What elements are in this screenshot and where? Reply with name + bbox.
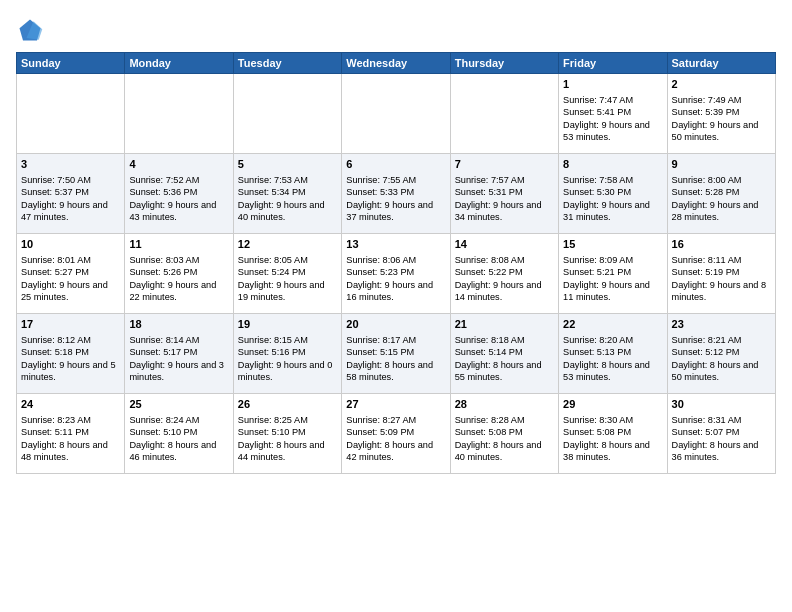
calendar-cell: 1Sunrise: 7:47 AM Sunset: 5:41 PM Daylig… bbox=[559, 74, 667, 154]
day-number: 14 bbox=[455, 237, 554, 252]
page: SundayMondayTuesdayWednesdayThursdayFrid… bbox=[0, 0, 792, 612]
calendar-cell: 20Sunrise: 8:17 AM Sunset: 5:15 PM Dayli… bbox=[342, 314, 450, 394]
day-info: Sunrise: 7:57 AM Sunset: 5:31 PM Dayligh… bbox=[455, 175, 542, 222]
logo bbox=[16, 16, 48, 44]
day-info: Sunrise: 7:50 AM Sunset: 5:37 PM Dayligh… bbox=[21, 175, 108, 222]
calendar-cell: 30Sunrise: 8:31 AM Sunset: 5:07 PM Dayli… bbox=[667, 394, 775, 474]
calendar-cell: 19Sunrise: 8:15 AM Sunset: 5:16 PM Dayli… bbox=[233, 314, 341, 394]
day-number: 12 bbox=[238, 237, 337, 252]
calendar-week-1: 1Sunrise: 7:47 AM Sunset: 5:41 PM Daylig… bbox=[17, 74, 776, 154]
day-number: 29 bbox=[563, 397, 662, 412]
calendar-cell bbox=[342, 74, 450, 154]
day-number: 18 bbox=[129, 317, 228, 332]
calendar-cell: 10Sunrise: 8:01 AM Sunset: 5:27 PM Dayli… bbox=[17, 234, 125, 314]
calendar-cell: 15Sunrise: 8:09 AM Sunset: 5:21 PM Dayli… bbox=[559, 234, 667, 314]
calendar-cell: 6Sunrise: 7:55 AM Sunset: 5:33 PM Daylig… bbox=[342, 154, 450, 234]
calendar-weekday-monday: Monday bbox=[125, 53, 233, 74]
calendar-week-4: 17Sunrise: 8:12 AM Sunset: 5:18 PM Dayli… bbox=[17, 314, 776, 394]
day-number: 16 bbox=[672, 237, 771, 252]
calendar-cell: 25Sunrise: 8:24 AM Sunset: 5:10 PM Dayli… bbox=[125, 394, 233, 474]
calendar-weekday-sunday: Sunday bbox=[17, 53, 125, 74]
day-number: 22 bbox=[563, 317, 662, 332]
day-info: Sunrise: 7:49 AM Sunset: 5:39 PM Dayligh… bbox=[672, 95, 759, 142]
calendar-header-row: SundayMondayTuesdayWednesdayThursdayFrid… bbox=[17, 53, 776, 74]
day-number: 4 bbox=[129, 157, 228, 172]
day-info: Sunrise: 8:05 AM Sunset: 5:24 PM Dayligh… bbox=[238, 255, 325, 302]
calendar-cell bbox=[17, 74, 125, 154]
day-info: Sunrise: 8:27 AM Sunset: 5:09 PM Dayligh… bbox=[346, 415, 433, 462]
calendar-cell: 12Sunrise: 8:05 AM Sunset: 5:24 PM Dayli… bbox=[233, 234, 341, 314]
day-number: 8 bbox=[563, 157, 662, 172]
calendar-week-5: 24Sunrise: 8:23 AM Sunset: 5:11 PM Dayli… bbox=[17, 394, 776, 474]
day-info: Sunrise: 8:14 AM Sunset: 5:17 PM Dayligh… bbox=[129, 335, 224, 382]
calendar-cell bbox=[125, 74, 233, 154]
calendar-cell: 3Sunrise: 7:50 AM Sunset: 5:37 PM Daylig… bbox=[17, 154, 125, 234]
day-info: Sunrise: 8:08 AM Sunset: 5:22 PM Dayligh… bbox=[455, 255, 542, 302]
day-info: Sunrise: 8:00 AM Sunset: 5:28 PM Dayligh… bbox=[672, 175, 759, 222]
day-number: 5 bbox=[238, 157, 337, 172]
day-number: 9 bbox=[672, 157, 771, 172]
calendar-week-3: 10Sunrise: 8:01 AM Sunset: 5:27 PM Dayli… bbox=[17, 234, 776, 314]
calendar-cell: 7Sunrise: 7:57 AM Sunset: 5:31 PM Daylig… bbox=[450, 154, 558, 234]
calendar-cell: 18Sunrise: 8:14 AM Sunset: 5:17 PM Dayli… bbox=[125, 314, 233, 394]
day-number: 23 bbox=[672, 317, 771, 332]
day-info: Sunrise: 8:18 AM Sunset: 5:14 PM Dayligh… bbox=[455, 335, 542, 382]
calendar-cell: 4Sunrise: 7:52 AM Sunset: 5:36 PM Daylig… bbox=[125, 154, 233, 234]
day-number: 7 bbox=[455, 157, 554, 172]
day-number: 6 bbox=[346, 157, 445, 172]
calendar-cell: 8Sunrise: 7:58 AM Sunset: 5:30 PM Daylig… bbox=[559, 154, 667, 234]
calendar-weekday-saturday: Saturday bbox=[667, 53, 775, 74]
day-info: Sunrise: 7:53 AM Sunset: 5:34 PM Dayligh… bbox=[238, 175, 325, 222]
day-number: 24 bbox=[21, 397, 120, 412]
calendar-weekday-friday: Friday bbox=[559, 53, 667, 74]
day-info: Sunrise: 8:20 AM Sunset: 5:13 PM Dayligh… bbox=[563, 335, 650, 382]
calendar-cell: 21Sunrise: 8:18 AM Sunset: 5:14 PM Dayli… bbox=[450, 314, 558, 394]
calendar-cell: 11Sunrise: 8:03 AM Sunset: 5:26 PM Dayli… bbox=[125, 234, 233, 314]
day-info: Sunrise: 8:12 AM Sunset: 5:18 PM Dayligh… bbox=[21, 335, 116, 382]
calendar-cell: 16Sunrise: 8:11 AM Sunset: 5:19 PM Dayli… bbox=[667, 234, 775, 314]
day-number: 1 bbox=[563, 77, 662, 92]
day-info: Sunrise: 8:15 AM Sunset: 5:16 PM Dayligh… bbox=[238, 335, 333, 382]
day-number: 15 bbox=[563, 237, 662, 252]
calendar-cell: 17Sunrise: 8:12 AM Sunset: 5:18 PM Dayli… bbox=[17, 314, 125, 394]
day-info: Sunrise: 8:30 AM Sunset: 5:08 PM Dayligh… bbox=[563, 415, 650, 462]
calendar-cell: 23Sunrise: 8:21 AM Sunset: 5:12 PM Dayli… bbox=[667, 314, 775, 394]
day-info: Sunrise: 7:55 AM Sunset: 5:33 PM Dayligh… bbox=[346, 175, 433, 222]
calendar-cell: 13Sunrise: 8:06 AM Sunset: 5:23 PM Dayli… bbox=[342, 234, 450, 314]
header bbox=[16, 16, 776, 44]
day-number: 11 bbox=[129, 237, 228, 252]
day-info: Sunrise: 8:03 AM Sunset: 5:26 PM Dayligh… bbox=[129, 255, 216, 302]
day-number: 20 bbox=[346, 317, 445, 332]
calendar-cell: 22Sunrise: 8:20 AM Sunset: 5:13 PM Dayli… bbox=[559, 314, 667, 394]
day-info: Sunrise: 8:06 AM Sunset: 5:23 PM Dayligh… bbox=[346, 255, 433, 302]
day-number: 10 bbox=[21, 237, 120, 252]
logo-icon bbox=[16, 16, 44, 44]
calendar-weekday-tuesday: Tuesday bbox=[233, 53, 341, 74]
day-info: Sunrise: 8:23 AM Sunset: 5:11 PM Dayligh… bbox=[21, 415, 108, 462]
day-number: 27 bbox=[346, 397, 445, 412]
day-info: Sunrise: 8:17 AM Sunset: 5:15 PM Dayligh… bbox=[346, 335, 433, 382]
day-info: Sunrise: 7:47 AM Sunset: 5:41 PM Dayligh… bbox=[563, 95, 650, 142]
day-number: 2 bbox=[672, 77, 771, 92]
day-info: Sunrise: 8:25 AM Sunset: 5:10 PM Dayligh… bbox=[238, 415, 325, 462]
day-info: Sunrise: 8:24 AM Sunset: 5:10 PM Dayligh… bbox=[129, 415, 216, 462]
calendar-cell: 27Sunrise: 8:27 AM Sunset: 5:09 PM Dayli… bbox=[342, 394, 450, 474]
day-info: Sunrise: 8:01 AM Sunset: 5:27 PM Dayligh… bbox=[21, 255, 108, 302]
day-info: Sunrise: 8:28 AM Sunset: 5:08 PM Dayligh… bbox=[455, 415, 542, 462]
calendar-cell: 14Sunrise: 8:08 AM Sunset: 5:22 PM Dayli… bbox=[450, 234, 558, 314]
day-number: 21 bbox=[455, 317, 554, 332]
calendar-cell: 29Sunrise: 8:30 AM Sunset: 5:08 PM Dayli… bbox=[559, 394, 667, 474]
calendar-cell: 2Sunrise: 7:49 AM Sunset: 5:39 PM Daylig… bbox=[667, 74, 775, 154]
calendar-cell: 28Sunrise: 8:28 AM Sunset: 5:08 PM Dayli… bbox=[450, 394, 558, 474]
day-info: Sunrise: 8:09 AM Sunset: 5:21 PM Dayligh… bbox=[563, 255, 650, 302]
calendar-cell bbox=[450, 74, 558, 154]
day-info: Sunrise: 7:58 AM Sunset: 5:30 PM Dayligh… bbox=[563, 175, 650, 222]
day-info: Sunrise: 8:21 AM Sunset: 5:12 PM Dayligh… bbox=[672, 335, 759, 382]
day-number: 3 bbox=[21, 157, 120, 172]
day-number: 25 bbox=[129, 397, 228, 412]
day-number: 28 bbox=[455, 397, 554, 412]
day-number: 30 bbox=[672, 397, 771, 412]
calendar-weekday-wednesday: Wednesday bbox=[342, 53, 450, 74]
day-info: Sunrise: 8:31 AM Sunset: 5:07 PM Dayligh… bbox=[672, 415, 759, 462]
day-number: 17 bbox=[21, 317, 120, 332]
